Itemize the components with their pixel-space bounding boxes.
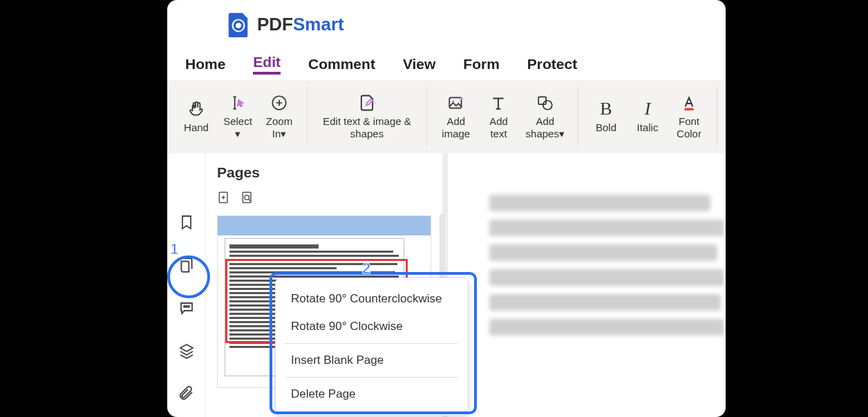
edit-content-button[interactable]: Edit text & image & shapes [314,87,419,146]
context-menu: Rotate 90° Counterclockwise Rotate 90° C… [275,278,469,416]
doc-line [489,244,717,261]
doc-line [489,195,710,211]
ctx-separator [285,377,458,378]
document-view[interactable] [448,153,726,417]
pages-tab[interactable] [177,255,196,275]
svg-rect-6 [685,108,694,110]
tool-group-navigate: Hand Select▾ Zoom In▾ [176,87,308,146]
cursor-icon [228,93,247,113]
ctx-delete-page[interactable]: Delete Page [276,380,468,408]
doc-line [489,269,724,286]
titlebar: PDFSmart [167,0,726,48]
zoom-in-button[interactable]: Zoom In▾ [258,87,300,146]
tab-comment[interactable]: Comment [308,56,375,72]
tab-edit[interactable]: Edit [253,54,281,75]
panel-tools [217,191,431,206]
svg-rect-2 [449,97,461,108]
panel-title: Pages [217,164,431,181]
hand-icon [187,99,206,119]
layers-tab[interactable] [177,341,196,360]
select-button[interactable]: Select▾ [217,87,258,146]
ctx-rotate-cw[interactable]: Rotate 90° Clockwise [276,313,468,340]
ctx-rotate-ccw[interactable]: Rotate 90° Counterclockwise [276,285,468,313]
font-color-button[interactable]: Font Color [668,87,710,146]
tab-protect[interactable]: Protect [527,56,577,72]
svg-point-8 [186,306,187,307]
doc-line [489,294,721,311]
app-title: PDFSmart [257,14,344,35]
app-window: PDFSmart Home Edit Comment View Form Pro… [167,0,726,417]
tab-home[interactable]: Home [185,56,225,72]
ctx-separator [285,343,458,344]
hand-button[interactable]: Hand [176,87,217,146]
doc-line [489,319,724,336]
tab-form[interactable]: Form [463,56,500,72]
text-icon [489,93,508,113]
thumb-selection-highlight [218,216,431,235]
svg-point-9 [188,306,189,307]
svg-point-7 [184,306,185,307]
vertical-sidebar [167,153,206,417]
font-color-icon [679,93,699,113]
shapes-icon [536,93,555,113]
main-tabs: Home Edit Comment View Form Protect [167,48,726,80]
app-logo-icon [225,11,252,37]
svg-rect-4 [538,97,546,104]
italic-icon: I [638,99,657,119]
doc-line [489,220,724,236]
tool-group-font: B Bold I Italic Font Color [578,87,717,146]
italic-button[interactable]: I Italic [627,87,668,146]
tool-group-edit: Edit text & image & shapes [308,87,427,146]
svg-point-12 [245,195,249,200]
ribbon-toolbar: Hand Select▾ Zoom In▾ Edit text & im [167,80,726,153]
edit-page-icon [357,93,377,113]
bold-button[interactable]: B Bold [585,87,627,146]
thumbnail-reduce-button[interactable] [240,191,256,206]
bookmark-tab[interactable] [177,213,196,232]
add-shapes-button[interactable]: Add shapes▾ [519,87,571,146]
image-plus-icon [446,93,466,113]
tool-group-add: Add image Add text Add shapes▾ [427,87,578,146]
bold-icon: B [596,99,616,119]
tab-view[interactable]: View [403,56,435,72]
svg-point-5 [542,101,551,110]
attachments-tab[interactable] [177,384,196,403]
ctx-insert-blank[interactable]: Insert Blank Page [276,347,468,374]
thumbnail-enlarge-button[interactable] [217,191,232,206]
add-image-button[interactable]: Add image [434,87,478,146]
add-text-button[interactable]: Add text [478,87,519,146]
zoom-in-icon [270,93,289,113]
comments-tab[interactable] [177,298,196,318]
